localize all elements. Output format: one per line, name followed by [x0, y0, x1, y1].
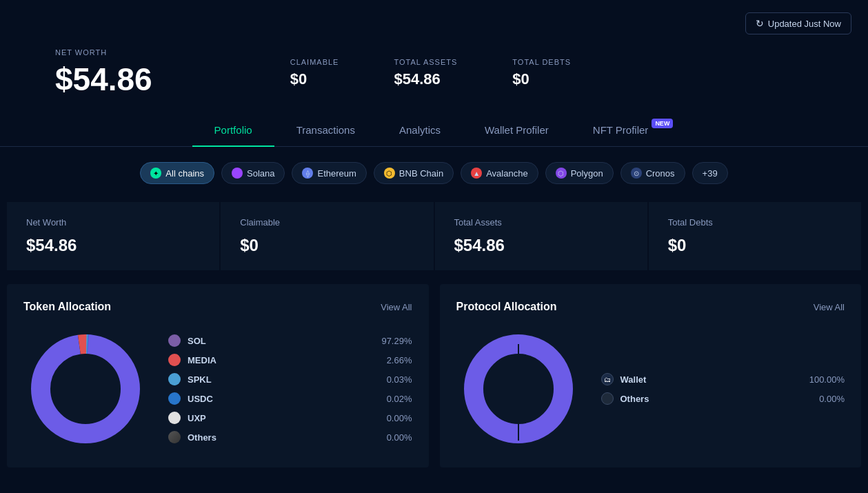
top-bar: ↻ Updated Just Now	[0, 0, 868, 41]
chain-label-all: All chains	[165, 168, 204, 179]
stats-card-total-assets: Total Assets $54.86	[435, 202, 647, 270]
stats-card-net-worth: Net Worth $54.86	[7, 202, 219, 270]
card-value-total-debts: $0	[668, 236, 842, 255]
total-debts-stat: TOTAL DEBTS $0	[512, 58, 571, 88]
others-token-pct: 0.00%	[387, 432, 412, 443]
chain-btn-all[interactable]: ✦ All chains	[140, 162, 214, 184]
total-assets-stat: TOTAL ASSETS $54.86	[394, 58, 457, 88]
tab-wallet-profiler[interactable]: Wallet Profiler	[463, 114, 571, 147]
legend-item-usdc: USDC 0.02%	[168, 392, 412, 405]
chain-label-cronos: Cronos	[646, 168, 675, 179]
tab-nft-profiler[interactable]: NFT Profiler NEW	[571, 114, 676, 147]
net-worth-value: $54.86	[55, 61, 152, 98]
chain-label-solana: Solana	[247, 168, 274, 179]
legend-item-media: MEDIA 2.66%	[168, 354, 412, 366]
others-protocol-pct: 0.00%	[819, 394, 845, 404]
chain-btn-more[interactable]: +39	[692, 162, 728, 184]
chain-label-bnb: BNB Chain	[399, 168, 443, 179]
refresh-icon: ↻	[756, 18, 764, 29]
chain-btn-cronos[interactable]: ⊙ Cronos	[620, 162, 685, 184]
token-allocation-content: SOL 97.29% MEDIA 2.66% SPKL 0.03% USDC 0…	[23, 327, 412, 451]
legend-item-spkl: SPKL 0.03%	[168, 373, 412, 385]
svg-point-4	[51, 354, 120, 423]
others-protocol-name: Others	[620, 394, 813, 404]
stats-card-total-debts: Total Debts $0	[649, 202, 861, 270]
solana-icon	[232, 168, 243, 179]
token-allocation-title: Token Allocation	[23, 301, 111, 313]
card-label-total-assets: Total Assets	[454, 217, 628, 228]
total-debts-label: TOTAL DEBTS	[512, 58, 571, 66]
wallet-pct: 100.00%	[809, 374, 845, 385]
chain-btn-bnb[interactable]: ⬡ BNB Chain	[374, 162, 454, 184]
uxp-pct: 0.00%	[387, 413, 412, 423]
token-view-all-button[interactable]: View All	[381, 302, 412, 312]
protocol-legend: 🗂 Wallet 100.00% Others 0.00%	[601, 373, 845, 405]
legend-item-others-protocol: Others 0.00%	[601, 392, 845, 405]
tab-portfolio[interactable]: Portfolio	[192, 114, 274, 147]
chain-label-more: +39	[703, 168, 718, 179]
protocol-view-all-button[interactable]: View All	[814, 302, 845, 312]
card-label-claimable: Claimable	[240, 217, 414, 228]
others-token-dot	[168, 431, 181, 443]
refresh-button[interactable]: ↻ Updated Just Now	[745, 12, 851, 34]
sol-pct: 97.29%	[381, 336, 412, 346]
usdc-dot	[168, 392, 181, 405]
tab-transactions[interactable]: Transactions	[274, 114, 377, 147]
tabs-container: Portfolio Transactions Analytics Wallet …	[0, 114, 868, 147]
token-allocation-header: Token Allocation View All	[23, 301, 412, 313]
media-dot	[168, 354, 181, 366]
spkl-name: SPKL	[188, 374, 380, 385]
chain-label-ethereum: Ethereum	[317, 168, 356, 179]
wallet-name: Wallet	[620, 374, 803, 385]
media-pct: 2.66%	[387, 355, 412, 365]
uxp-dot	[168, 412, 181, 424]
chain-label-polygon: Polygon	[571, 168, 603, 179]
usdc-name: USDC	[188, 394, 380, 404]
spkl-dot	[168, 373, 181, 385]
uxp-name: UXP	[188, 413, 380, 423]
net-worth-main: NET WORTH $54.86	[55, 48, 152, 98]
legend-item-wallet: 🗂 Wallet 100.00%	[601, 373, 845, 385]
eth-icon: ⟠	[302, 168, 313, 179]
stats-cards: Net Worth $54.86 Claimable $0 Total Asse…	[0, 202, 868, 270]
tab-analytics[interactable]: Analytics	[377, 114, 463, 147]
protocol-allocation-title: Protocol Allocation	[456, 301, 557, 313]
total-assets-value: $54.86	[394, 70, 457, 88]
protocol-donut-chart	[456, 327, 581, 451]
protocol-allocation-header: Protocol Allocation View All	[456, 301, 845, 313]
poly-icon: ⬡	[556, 168, 567, 179]
usdc-pct: 0.02%	[387, 394, 412, 404]
chain-label-avalanche: Avalanche	[486, 168, 527, 179]
allocations-row: Token Allocation View All	[0, 284, 868, 467]
allchains-icon: ✦	[150, 168, 161, 179]
chain-btn-ethereum[interactable]: ⟠ Ethereum	[292, 162, 366, 184]
legend-item-uxp: UXP 0.00%	[168, 412, 412, 424]
claimable-value: $0	[290, 70, 339, 88]
protocol-allocation-card: Protocol Allocation View All 🗂 Wallet 1	[440, 284, 862, 467]
card-label-net-worth: Net Worth	[26, 217, 200, 228]
card-value-total-assets: $54.86	[454, 236, 628, 255]
sol-dot	[168, 334, 181, 347]
card-value-claimable: $0	[240, 236, 414, 255]
card-label-total-debts: Total Debts	[668, 217, 842, 228]
new-badge: NEW	[652, 119, 673, 128]
stats-card-claimable: Claimable $0	[221, 202, 433, 270]
card-value-net-worth: $54.86	[26, 236, 200, 255]
chain-btn-avalanche[interactable]: ▲ Avalanche	[461, 162, 538, 184]
token-donut-svg	[23, 327, 148, 451]
protocol-allocation-content: 🗂 Wallet 100.00% Others 0.00%	[456, 327, 845, 451]
token-donut-chart	[23, 327, 148, 451]
total-assets-label: TOTAL ASSETS	[394, 58, 457, 66]
others-token-name: Others	[188, 432, 380, 443]
chain-btn-solana[interactable]: Solana	[221, 162, 285, 184]
media-name: MEDIA	[188, 355, 380, 365]
net-worth-header: NET WORTH $54.86 CLAIMABLE $0 TOTAL ASSE…	[0, 41, 868, 114]
bnb-icon: ⬡	[384, 168, 395, 179]
sol-name: SOL	[188, 336, 374, 346]
protocol-donut-svg	[456, 327, 581, 451]
updated-label: Updated Just Now	[768, 19, 841, 29]
chain-filters: ✦ All chains Solana ⟠ Ethereum ⬡ BNB Cha…	[0, 147, 868, 199]
chain-btn-polygon[interactable]: ⬡ Polygon	[545, 162, 614, 184]
claimable-label: CLAIMABLE	[290, 58, 339, 66]
total-debts-value: $0	[512, 70, 571, 88]
